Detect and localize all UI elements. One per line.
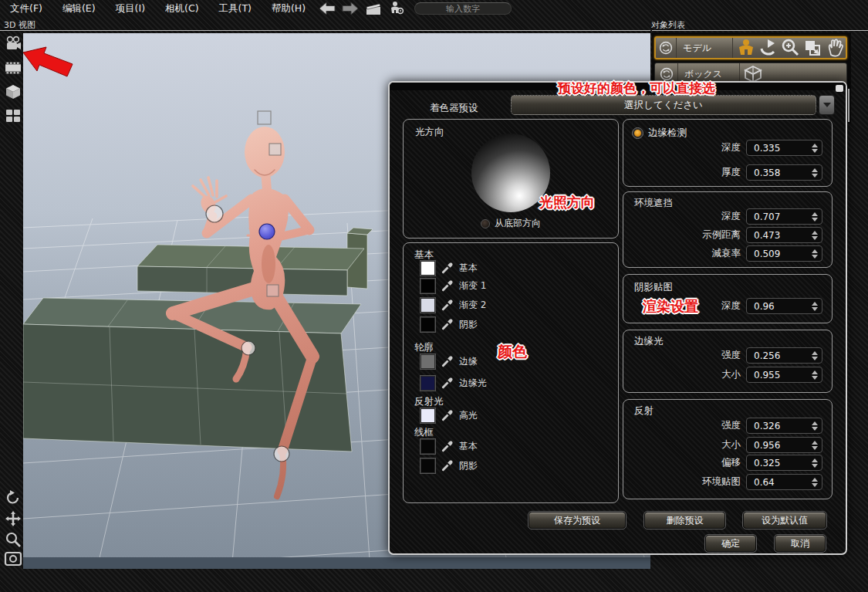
color-row: 基本 <box>420 260 478 276</box>
shadow-depth-spinner[interactable]: 0.96 <box>746 298 822 314</box>
light-direction-group: 光方向 从底部方向 <box>403 119 619 238</box>
ao-depth-spinner[interactable]: 0.707 <box>746 208 822 225</box>
spinner-down-icon[interactable] <box>812 149 818 153</box>
spinner-down-icon[interactable] <box>812 218 818 222</box>
reflect-strength-spinner[interactable]: 0.326 <box>746 418 822 434</box>
forward-icon[interactable] <box>340 0 360 17</box>
eyedropper-icon[interactable] <box>441 279 454 293</box>
hand-tool-icon[interactable] <box>825 38 846 58</box>
color-row: 边缘 <box>420 354 478 369</box>
env-map-spinner[interactable]: 0.64 <box>746 474 822 490</box>
sync-icon[interactable] <box>656 38 677 58</box>
back-icon[interactable] <box>317 0 337 17</box>
delete-preset-button[interactable]: 删除预设 <box>644 512 725 529</box>
spinner-up-icon[interactable] <box>812 441 818 445</box>
eyedropper-icon[interactable] <box>441 299 454 312</box>
eyedropper-icon[interactable] <box>441 440 454 453</box>
color-swatch[interactable] <box>420 279 435 293</box>
eyedropper-icon[interactable] <box>441 459 454 472</box>
depth-spinner[interactable]: 0.335 <box>746 140 822 156</box>
pose-person-icon[interactable] <box>387 0 407 17</box>
object-row-model[interactable]: モデル <box>654 36 847 59</box>
cube-icon[interactable] <box>4 83 22 101</box>
pan-icon[interactable] <box>4 509 22 528</box>
color-swatch[interactable] <box>420 298 435 313</box>
light-bottom-radio-row[interactable]: 从底部方向 <box>481 217 541 230</box>
ao-attenuation-spinner[interactable]: 0.509 <box>746 245 822 262</box>
ok-button[interactable]: 确定 <box>705 535 756 552</box>
cancel-button[interactable]: 取消 <box>775 535 826 552</box>
menu-project[interactable]: 项目(I) <box>106 0 155 18</box>
rim-size-spinner[interactable]: 0.955 <box>746 367 822 383</box>
rim-strength-spinner[interactable]: 0.256 <box>746 347 822 364</box>
eyedropper-icon[interactable] <box>441 262 454 275</box>
color-swatch[interactable] <box>420 376 435 391</box>
field-row: 深度 0.707 <box>623 208 832 225</box>
dialog-close-button[interactable] <box>836 85 843 92</box>
rotate-view-icon[interactable] <box>4 489 22 507</box>
eyedropper-icon[interactable] <box>441 409 454 422</box>
spinner-down-icon[interactable] <box>812 357 818 360</box>
color-group-label: 线框 <box>414 426 434 439</box>
color-swatch[interactable] <box>420 439 435 454</box>
eyedropper-icon[interactable] <box>441 377 454 390</box>
reflect-offset-spinner[interactable]: 0.325 <box>746 455 822 471</box>
zoom-tool-icon[interactable] <box>780 38 801 58</box>
spinner-down-icon[interactable] <box>812 446 818 450</box>
menu-file[interactable]: 文件(F) <box>0 0 52 18</box>
spinner-up-icon[interactable] <box>812 249 818 253</box>
duplicate-tool-icon[interactable] <box>802 38 823 58</box>
color-swatch[interactable] <box>420 317 435 332</box>
object-list-scrollbar[interactable] <box>848 89 849 122</box>
preset-dropdown-button[interactable] <box>819 95 835 115</box>
spinner-down-icon[interactable] <box>812 464 818 468</box>
layout-icon[interactable] <box>4 107 22 125</box>
clapperboard-icon[interactable] <box>363 0 383 17</box>
spinner-up-icon[interactable] <box>812 421 818 425</box>
menu-edit[interactable]: 编辑(E) <box>52 0 106 18</box>
spinner-up-icon[interactable] <box>812 351 818 355</box>
edge-detect-toggle[interactable]: 边缘检测 <box>633 127 687 140</box>
color-row: 阴影 <box>420 458 478 473</box>
color-swatch[interactable] <box>420 458 435 473</box>
spinner-up-icon[interactable] <box>812 478 818 482</box>
spinner-down-icon[interactable] <box>812 427 818 431</box>
color-group-label: 反射光 <box>414 395 444 408</box>
spinner-down-icon[interactable] <box>812 174 818 178</box>
preset-dropdown[interactable]: 選択してください <box>511 95 816 115</box>
save-preset-button[interactable]: 保存为预设 <box>529 512 626 529</box>
number-input[interactable]: 输入数字 <box>414 2 512 15</box>
light-direction-sphere[interactable] <box>471 134 550 212</box>
spinner-up-icon[interactable] <box>812 212 818 216</box>
thickness-spinner[interactable]: 0.358 <box>746 164 822 181</box>
menu-help[interactable]: 帮助(H) <box>262 0 316 18</box>
spinner-down-icon[interactable] <box>812 236 818 240</box>
rim-light-group: 边缘光 强度 0.256 大小 0.955 <box>623 330 833 393</box>
spinner-down-icon[interactable] <box>812 255 818 259</box>
menu-tools[interactable]: 工具(T) <box>209 0 262 18</box>
spinner-down-icon[interactable] <box>812 376 818 380</box>
color-swatch[interactable] <box>420 408 435 423</box>
reflect-size-spinner[interactable]: 0.956 <box>746 437 822 453</box>
spinner-up-icon[interactable] <box>812 144 818 147</box>
radio-on-icon[interactable] <box>633 128 643 138</box>
color-swatch[interactable] <box>420 354 435 369</box>
eyedropper-icon[interactable] <box>441 355 454 368</box>
menu-camera[interactable]: 相机(C) <box>155 0 208 18</box>
color-swatch[interactable] <box>420 261 435 276</box>
zoom-icon[interactable] <box>4 530 22 549</box>
radio-icon[interactable] <box>481 219 490 228</box>
spinner-up-icon[interactable] <box>812 302 818 306</box>
camera-frame-icon[interactable] <box>4 550 22 568</box>
rotate-tool-icon[interactable] <box>758 38 778 58</box>
ao-sample-distance-spinner[interactable]: 0.473 <box>746 227 822 243</box>
spinner-down-icon[interactable] <box>812 307 818 311</box>
spinner-up-icon[interactable] <box>812 458 818 462</box>
eyedropper-icon[interactable] <box>441 318 454 331</box>
spinner-up-icon[interactable] <box>812 231 818 235</box>
spinner-up-icon[interactable] <box>812 168 818 172</box>
set-default-button[interactable]: 设为默认值 <box>743 512 826 529</box>
spinner-down-icon[interactable] <box>812 483 818 487</box>
model-person-icon[interactable] <box>736 38 756 58</box>
spinner-up-icon[interactable] <box>812 370 818 374</box>
